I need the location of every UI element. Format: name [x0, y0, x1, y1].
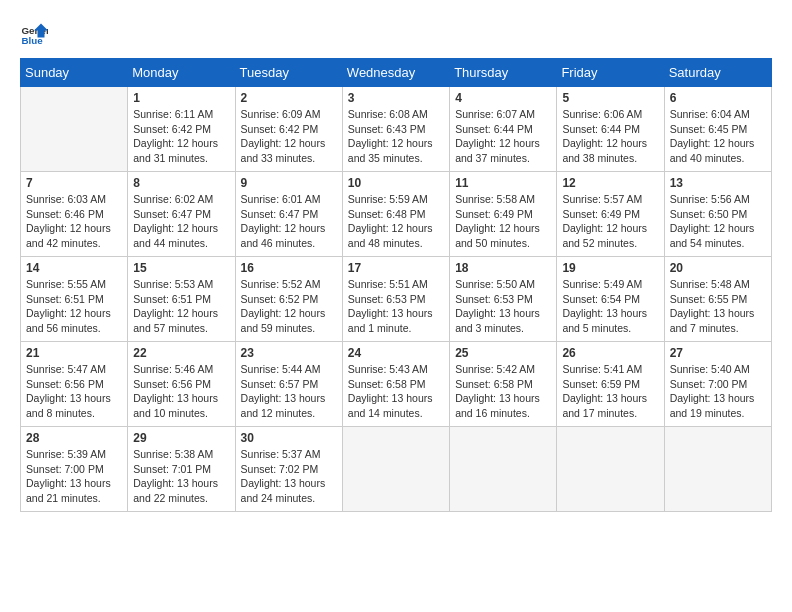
day-number: 8: [133, 176, 229, 190]
week-row-1: 1Sunrise: 6:11 AM Sunset: 6:42 PM Daylig…: [21, 87, 772, 172]
day-cell: 24Sunrise: 5:43 AM Sunset: 6:58 PM Dayli…: [342, 342, 449, 427]
day-cell: 30Sunrise: 5:37 AM Sunset: 7:02 PM Dayli…: [235, 427, 342, 512]
weekday-sunday: Sunday: [21, 59, 128, 87]
weekday-header-row: SundayMondayTuesdayWednesdayThursdayFrid…: [21, 59, 772, 87]
day-info: Sunrise: 5:48 AM Sunset: 6:55 PM Dayligh…: [670, 277, 766, 336]
day-info: Sunrise: 5:55 AM Sunset: 6:51 PM Dayligh…: [26, 277, 122, 336]
day-cell: 10Sunrise: 5:59 AM Sunset: 6:48 PM Dayli…: [342, 172, 449, 257]
day-cell: 6Sunrise: 6:04 AM Sunset: 6:45 PM Daylig…: [664, 87, 771, 172]
day-cell: 29Sunrise: 5:38 AM Sunset: 7:01 PM Dayli…: [128, 427, 235, 512]
day-info: Sunrise: 5:58 AM Sunset: 6:49 PM Dayligh…: [455, 192, 551, 251]
day-info: Sunrise: 6:08 AM Sunset: 6:43 PM Dayligh…: [348, 107, 444, 166]
day-info: Sunrise: 6:03 AM Sunset: 6:46 PM Dayligh…: [26, 192, 122, 251]
day-cell: 12Sunrise: 5:57 AM Sunset: 6:49 PM Dayli…: [557, 172, 664, 257]
day-info: Sunrise: 5:53 AM Sunset: 6:51 PM Dayligh…: [133, 277, 229, 336]
day-number: 19: [562, 261, 658, 275]
day-info: Sunrise: 5:59 AM Sunset: 6:48 PM Dayligh…: [348, 192, 444, 251]
day-number: 23: [241, 346, 337, 360]
day-info: Sunrise: 5:57 AM Sunset: 6:49 PM Dayligh…: [562, 192, 658, 251]
day-cell: 28Sunrise: 5:39 AM Sunset: 7:00 PM Dayli…: [21, 427, 128, 512]
week-row-2: 7Sunrise: 6:03 AM Sunset: 6:46 PM Daylig…: [21, 172, 772, 257]
weekday-saturday: Saturday: [664, 59, 771, 87]
day-info: Sunrise: 6:02 AM Sunset: 6:47 PM Dayligh…: [133, 192, 229, 251]
day-info: Sunrise: 5:42 AM Sunset: 6:58 PM Dayligh…: [455, 362, 551, 421]
day-number: 21: [26, 346, 122, 360]
day-number: 14: [26, 261, 122, 275]
day-info: Sunrise: 5:47 AM Sunset: 6:56 PM Dayligh…: [26, 362, 122, 421]
day-cell: 4Sunrise: 6:07 AM Sunset: 6:44 PM Daylig…: [450, 87, 557, 172]
day-number: 22: [133, 346, 229, 360]
day-cell: 22Sunrise: 5:46 AM Sunset: 6:56 PM Dayli…: [128, 342, 235, 427]
day-info: Sunrise: 5:41 AM Sunset: 6:59 PM Dayligh…: [562, 362, 658, 421]
day-number: 3: [348, 91, 444, 105]
day-info: Sunrise: 6:11 AM Sunset: 6:42 PM Dayligh…: [133, 107, 229, 166]
logo: General Blue: [20, 20, 52, 48]
day-info: Sunrise: 5:56 AM Sunset: 6:50 PM Dayligh…: [670, 192, 766, 251]
day-cell: 8Sunrise: 6:02 AM Sunset: 6:47 PM Daylig…: [128, 172, 235, 257]
week-row-5: 28Sunrise: 5:39 AM Sunset: 7:00 PM Dayli…: [21, 427, 772, 512]
day-number: 4: [455, 91, 551, 105]
day-cell: 20Sunrise: 5:48 AM Sunset: 6:55 PM Dayli…: [664, 257, 771, 342]
day-number: 10: [348, 176, 444, 190]
day-cell: 27Sunrise: 5:40 AM Sunset: 7:00 PM Dayli…: [664, 342, 771, 427]
day-number: 30: [241, 431, 337, 445]
day-number: 11: [455, 176, 551, 190]
day-cell: 1Sunrise: 6:11 AM Sunset: 6:42 PM Daylig…: [128, 87, 235, 172]
day-cell: 18Sunrise: 5:50 AM Sunset: 6:53 PM Dayli…: [450, 257, 557, 342]
day-cell: [557, 427, 664, 512]
day-info: Sunrise: 5:40 AM Sunset: 7:00 PM Dayligh…: [670, 362, 766, 421]
day-number: 15: [133, 261, 229, 275]
header: General Blue: [20, 20, 772, 48]
day-cell: 9Sunrise: 6:01 AM Sunset: 6:47 PM Daylig…: [235, 172, 342, 257]
day-number: 24: [348, 346, 444, 360]
weekday-monday: Monday: [128, 59, 235, 87]
logo-icon: General Blue: [20, 20, 48, 48]
day-number: 29: [133, 431, 229, 445]
day-number: 18: [455, 261, 551, 275]
day-cell: 26Sunrise: 5:41 AM Sunset: 6:59 PM Dayli…: [557, 342, 664, 427]
day-cell: [21, 87, 128, 172]
week-row-4: 21Sunrise: 5:47 AM Sunset: 6:56 PM Dayli…: [21, 342, 772, 427]
day-number: 17: [348, 261, 444, 275]
day-info: Sunrise: 5:43 AM Sunset: 6:58 PM Dayligh…: [348, 362, 444, 421]
day-info: Sunrise: 5:49 AM Sunset: 6:54 PM Dayligh…: [562, 277, 658, 336]
day-info: Sunrise: 5:51 AM Sunset: 6:53 PM Dayligh…: [348, 277, 444, 336]
day-cell: 7Sunrise: 6:03 AM Sunset: 6:46 PM Daylig…: [21, 172, 128, 257]
day-cell: 15Sunrise: 5:53 AM Sunset: 6:51 PM Dayli…: [128, 257, 235, 342]
day-cell: 11Sunrise: 5:58 AM Sunset: 6:49 PM Dayli…: [450, 172, 557, 257]
day-cell: 2Sunrise: 6:09 AM Sunset: 6:42 PM Daylig…: [235, 87, 342, 172]
day-number: 6: [670, 91, 766, 105]
day-number: 16: [241, 261, 337, 275]
day-number: 1: [133, 91, 229, 105]
day-info: Sunrise: 6:07 AM Sunset: 6:44 PM Dayligh…: [455, 107, 551, 166]
day-info: Sunrise: 6:09 AM Sunset: 6:42 PM Dayligh…: [241, 107, 337, 166]
day-cell: 17Sunrise: 5:51 AM Sunset: 6:53 PM Dayli…: [342, 257, 449, 342]
day-cell: 13Sunrise: 5:56 AM Sunset: 6:50 PM Dayli…: [664, 172, 771, 257]
day-number: 25: [455, 346, 551, 360]
day-cell: [342, 427, 449, 512]
day-info: Sunrise: 6:06 AM Sunset: 6:44 PM Dayligh…: [562, 107, 658, 166]
day-cell: 21Sunrise: 5:47 AM Sunset: 6:56 PM Dayli…: [21, 342, 128, 427]
day-number: 5: [562, 91, 658, 105]
day-info: Sunrise: 5:46 AM Sunset: 6:56 PM Dayligh…: [133, 362, 229, 421]
day-info: Sunrise: 6:04 AM Sunset: 6:45 PM Dayligh…: [670, 107, 766, 166]
day-info: Sunrise: 5:52 AM Sunset: 6:52 PM Dayligh…: [241, 277, 337, 336]
day-info: Sunrise: 6:01 AM Sunset: 6:47 PM Dayligh…: [241, 192, 337, 251]
day-cell: 19Sunrise: 5:49 AM Sunset: 6:54 PM Dayli…: [557, 257, 664, 342]
day-cell: 25Sunrise: 5:42 AM Sunset: 6:58 PM Dayli…: [450, 342, 557, 427]
day-number: 20: [670, 261, 766, 275]
calendar: SundayMondayTuesdayWednesdayThursdayFrid…: [20, 58, 772, 512]
weekday-tuesday: Tuesday: [235, 59, 342, 87]
weekday-wednesday: Wednesday: [342, 59, 449, 87]
day-info: Sunrise: 5:50 AM Sunset: 6:53 PM Dayligh…: [455, 277, 551, 336]
day-number: 9: [241, 176, 337, 190]
day-number: 28: [26, 431, 122, 445]
day-number: 2: [241, 91, 337, 105]
day-number: 13: [670, 176, 766, 190]
day-cell: 3Sunrise: 6:08 AM Sunset: 6:43 PM Daylig…: [342, 87, 449, 172]
day-cell: 23Sunrise: 5:44 AM Sunset: 6:57 PM Dayli…: [235, 342, 342, 427]
day-number: 26: [562, 346, 658, 360]
day-number: 12: [562, 176, 658, 190]
day-cell: [450, 427, 557, 512]
day-cell: 14Sunrise: 5:55 AM Sunset: 6:51 PM Dayli…: [21, 257, 128, 342]
